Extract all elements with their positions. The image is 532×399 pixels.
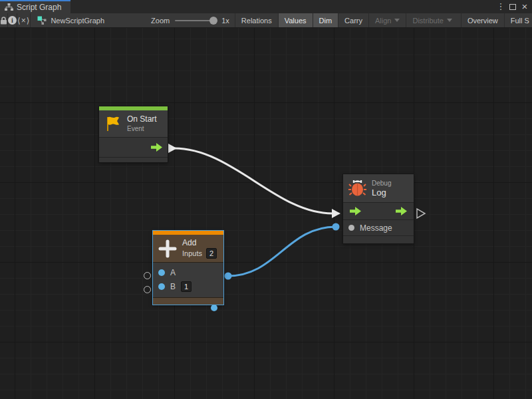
overview-button[interactable]: Overview (461, 13, 504, 27)
message-input-port[interactable] (348, 225, 354, 231)
add-ports-body: A B 1 (153, 263, 223, 297)
zoom-slider[interactable] (175, 20, 216, 21)
unconnected-port-hint-b (144, 286, 151, 293)
flow-wire[interactable] (174, 148, 332, 213)
port-b-label: B (170, 282, 176, 291)
port-a-input[interactable] (158, 269, 165, 276)
flag-icon (104, 115, 122, 132)
flow-wire-start-arrow (168, 144, 177, 153)
wire-layer (0, 28, 532, 399)
inputs-label: Inputs (182, 249, 202, 258)
flow-input-port[interactable] (350, 207, 361, 215)
node-debug-log[interactable]: Debug Log Message (343, 174, 414, 243)
inputs-count-field[interactable]: 2 (206, 248, 217, 259)
window-menu-icon[interactable]: ⋮ (496, 0, 505, 13)
align-dropdown[interactable]: Align (368, 13, 406, 27)
dim-button[interactable]: Dim (313, 13, 338, 27)
zoom-value: 1x (221, 17, 229, 25)
graph-name-button[interactable]: NewScriptGraph (31, 13, 111, 27)
graph-name-label: NewScriptGraph (51, 17, 104, 25)
graph-asset-icon (37, 16, 47, 25)
title-bar: Script Graph ⋮ × (0, 0, 532, 13)
zoom-slider-thumb[interactable] (209, 17, 217, 25)
message-port-label: Message (360, 223, 392, 233)
node-add[interactable]: Add Inputs 2 A B 1 (153, 231, 223, 305)
info-icon: i (8, 16, 17, 25)
lock-button[interactable] (0, 13, 8, 27)
fullscreen-button[interactable]: Full S (504, 13, 532, 27)
port-b-input[interactable] (158, 283, 165, 290)
tab-script-graph[interactable]: Script Graph (0, 0, 70, 13)
code-icon: ⟨×⟩ (17, 16, 30, 25)
flow-output-port[interactable] (151, 143, 162, 152)
zoom-label: Zoom (151, 17, 170, 25)
node-subtitle: Event (127, 124, 157, 133)
node-title: On Start (127, 114, 157, 124)
graph-canvas[interactable]: On Start Event (0, 28, 532, 399)
port-a-label: A (170, 268, 176, 277)
tab-title: Script Graph (17, 3, 61, 12)
port-b-value-field[interactable]: 1 (181, 281, 192, 292)
graph-toolbar: i ⟨×⟩ NewScriptGraph Zoom 1x Re (0, 13, 532, 28)
on-start-trigger-row (99, 138, 168, 158)
node-title: Add (182, 238, 217, 248)
value-wire-end-dot (332, 223, 340, 231)
node-footer (153, 297, 223, 305)
node-surtitle: Debug (372, 179, 391, 188)
bug-icon (348, 180, 366, 198)
flow-wire-end-arrow (332, 209, 340, 218)
unconnected-port-hint-a (144, 272, 151, 279)
window-maximize-icon[interactable] (509, 4, 516, 10)
debug-flow-row (343, 203, 414, 220)
flow-continuation-icon (417, 209, 425, 218)
values-button[interactable]: Values (278, 13, 313, 27)
node-footer (343, 236, 414, 243)
value-wire-start-dot (225, 273, 232, 280)
lock-icon (0, 17, 7, 25)
window-close-icon[interactable]: × (520, 0, 529, 13)
code-preview-button[interactable]: ⟨×⟩ (17, 13, 31, 27)
flow-output-port[interactable] (396, 207, 407, 215)
chevron-down-icon (447, 19, 452, 22)
carry-button[interactable]: Carry (338, 13, 368, 27)
node-on-start[interactable]: On Start Event (99, 106, 168, 162)
node-footer (99, 158, 168, 162)
script-graph-window: Script Graph ⋮ × i ⟨×⟩ (0, 0, 532, 399)
debug-message-row: Message (343, 220, 414, 236)
value-wire[interactable] (228, 227, 336, 276)
graph-hierarchy-icon (5, 3, 13, 11)
sum-output-port[interactable] (211, 305, 217, 311)
distribute-dropdown[interactable]: Distribute (406, 13, 458, 27)
node-title: Log (372, 188, 391, 198)
relations-button[interactable]: Relations (235, 13, 278, 27)
info-button[interactable]: i (8, 13, 17, 27)
chevron-down-icon (394, 19, 400, 22)
plus-icon (158, 239, 177, 258)
